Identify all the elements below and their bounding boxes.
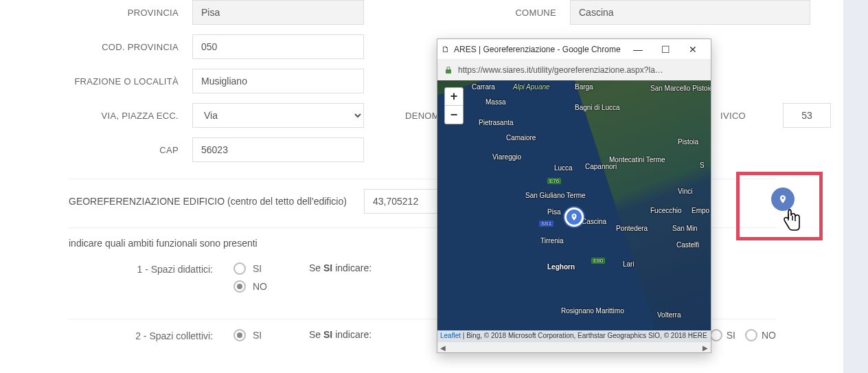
georef-popup-window[interactable]: 🗋 ARES | Georeferenziazione - Google Chr… [437,38,711,353]
highlight-annotation [736,172,823,240]
q1-radio-si[interactable] [233,262,246,275]
page-icon: 🗋 [442,45,450,54]
map-label: Barga [575,83,593,91]
map-label: Rosignano Marittimo [561,307,624,315]
address-url: https://www.siares.it/utility/georeferen… [458,65,663,75]
scroll-left-arrow[interactable]: ◀ [437,342,448,353]
map-label: Pontedera [616,225,648,232]
q1-label: 1 - Spazi didattici: [69,262,233,275]
lock-icon [444,66,453,74]
map-label: San Marcello Pistoiese [650,84,711,92]
q1-radio-no[interactable] [233,280,246,293]
comune-label: COMUNE [364,8,570,18]
q1-radio-si-label: SI [253,263,262,274]
comune-input [570,0,810,25]
map-label: Lucca [554,164,573,172]
map-label: Empo [692,207,709,214]
map-label: Pisa [547,208,560,216]
road-shield: SS1 [539,221,553,227]
map-label: S [700,161,705,169]
leaflet-link[interactable]: Leaflet [440,332,461,339]
map-label: San Giuliano Terme [525,192,586,199]
cod-provincia-input[interactable] [192,34,364,59]
map-label: Castelfi [676,241,699,249]
zoom-in-button[interactable]: + [445,88,463,106]
scroll-right-arrow[interactable]: ▶ [700,342,711,353]
map-label: Carrara [472,83,495,91]
map-label: Massa [486,98,505,106]
map-attribution: Leaflet | Bing, © 2018 Microsoft Corpora… [437,330,711,341]
civico-label-partial: IVICO [720,111,746,121]
q1-radio-no-label: NO [253,281,267,292]
via-select[interactable]: Via [192,103,364,128]
window-maximize-button[interactable]: ☐ [652,39,679,60]
georef-label: GEOREFERENZIAZIONE EDIFICIO (centro del … [69,196,364,207]
q2-label: 2 - Spazi collettivi: [69,329,233,341]
frazione-input[interactable] [192,69,364,93]
map-label: Fucecchio [650,207,682,214]
address-bar[interactable]: https://www.siares.it/utility/georeferen… [437,60,711,80]
map-pin-marker[interactable] [564,207,584,227]
q1-se-si-label: Se SI indicare: [309,262,372,273]
map-label: Volterra [657,311,681,319]
map-label: Alpi Apuane [513,83,550,91]
map-label: Capannori [585,163,617,170]
q2-radio-si-label: SI [253,330,262,341]
popup-title: ARES | Georeferenziazione - Google Chrom… [454,45,621,54]
map-label: Viareggio [492,153,521,161]
cursor-icon [779,205,801,234]
map-label: Pietrasanta [479,119,514,126]
zoom-out-button[interactable]: − [445,106,463,124]
window-minimize-button[interactable]: — [624,39,652,60]
cap-input[interactable] [192,137,364,162]
cap-label: CAP [14,145,192,155]
window-close-button[interactable]: ✕ [679,39,707,60]
q2-mensa-si[interactable] [710,329,722,341]
map-canvas[interactable]: + − Carrara Alpi Apuane Barga San Marcel… [437,80,711,341]
q2-mensa-no[interactable] [745,329,757,341]
road-shield: E80 [591,258,605,264]
map-label: Vinci [678,188,693,195]
road-shield: E76 [547,178,561,184]
cod-provincia-label: COD. PROVINCIA [14,42,192,52]
provincia-input [192,0,364,25]
q2-radio-si[interactable] [233,329,246,341]
q2-se-si-label: Se SI indicare: [309,329,372,340]
via-label: VIA, PIAZZA ECC. [14,111,192,121]
provincia-label: PROVINCIA [14,8,192,18]
map-label: Cascina [582,218,606,225]
map-label: Bagni di Lucca [575,104,620,111]
map-label: San Min [672,225,698,232]
map-label: Montecatini Terme [609,156,665,163]
map-label: Pistoia [678,138,698,146]
map-label: Camaiore [506,134,536,142]
map-label: Tirrenia [540,237,564,245]
map-label: Lari [623,260,635,268]
civico-input[interactable] [783,103,831,128]
frazione-label: FRAZIONE O LOCALITÀ [14,76,192,87]
popup-h-scrollbar[interactable]: ◀ ▶ [437,341,711,352]
map-label: Leghorn [547,263,575,271]
